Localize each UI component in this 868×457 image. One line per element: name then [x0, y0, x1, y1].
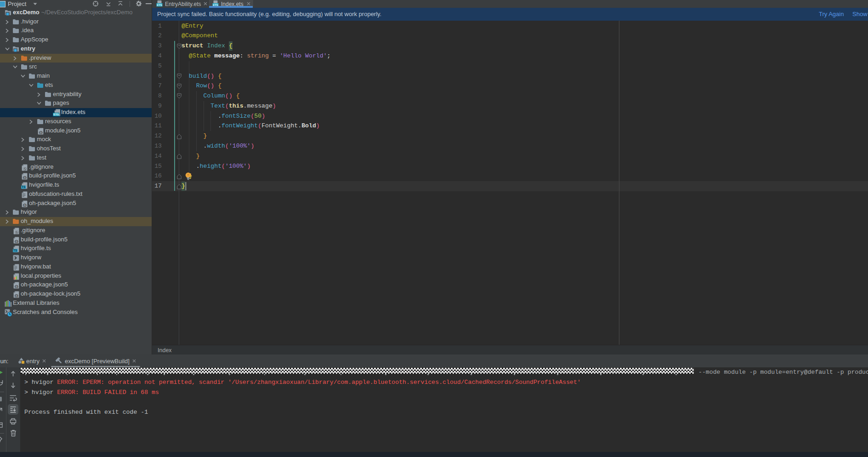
svg-text:TS: TS — [22, 185, 26, 189]
svg-text:ETS: ETS — [53, 113, 59, 116]
svg-text:TS: TS — [13, 249, 17, 252]
svg-text:ETS: ETS — [157, 4, 162, 6]
